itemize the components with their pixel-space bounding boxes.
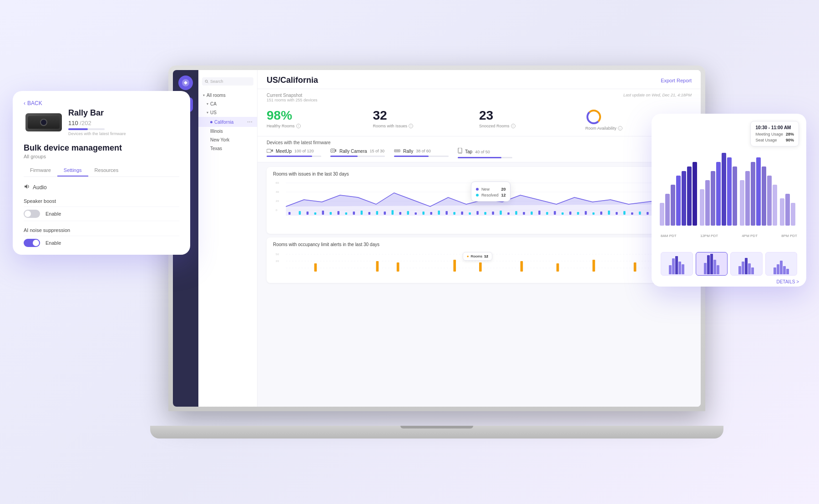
thumb-bar <box>780 261 783 274</box>
time-label-8am: 8AM PDT <box>661 234 677 238</box>
nav-item-new-york[interactable]: New York <box>198 136 257 144</box>
chart-occupancy: Rooms with occupancy limit alerts in the… <box>267 237 692 283</box>
rally-icon <box>394 148 400 154</box>
nav-item-california[interactable]: California ⋯ <box>198 117 257 127</box>
thumbnail-1[interactable] <box>661 252 693 276</box>
firmware-items: MeetUp 100 of 120 Rally Camera <box>267 148 692 158</box>
fw-count: 38 of 60 <box>416 149 431 153</box>
toggle-label-on: Enable <box>46 240 61 246</box>
svg-rect-82 <box>639 212 641 215</box>
seat-usage-label: Seat Usage <box>755 138 783 142</box>
svg-rect-119 <box>751 162 755 226</box>
svg-rect-124 <box>780 198 784 226</box>
back-link[interactable]: ‹ BACK <box>24 100 179 106</box>
svg-rect-81 <box>631 212 633 215</box>
thumb-bar <box>672 258 675 274</box>
heatmap-tooltip: 10:30 - 11:00 AM Meeting Usage 28% Seat … <box>750 121 799 146</box>
card-title: Bulk device management <box>24 143 179 153</box>
svg-rect-79 <box>616 212 618 215</box>
svg-rect-126 <box>791 203 795 226</box>
svg-point-26 <box>398 150 399 151</box>
svg-text:60: 60 <box>276 181 279 184</box>
laptop-base <box>150 426 723 438</box>
seat-usage-val: 90% <box>786 138 794 142</box>
info-icon: i <box>511 124 516 128</box>
svg-rect-111 <box>705 180 710 226</box>
info-icon: i <box>296 124 301 128</box>
chart-tooltip: New 20 Resolved 12 <box>471 181 511 202</box>
nav-item-us[interactable]: ▾ US <box>198 108 257 117</box>
device-card: Rally Bar 110 /202 Devices with the late… <box>24 108 179 136</box>
svg-rect-97 <box>479 262 482 272</box>
svg-rect-78 <box>608 211 610 215</box>
fw-device-name: Rally Camera <box>339 149 367 154</box>
fw-count: 100 of 120 <box>294 149 314 153</box>
svg-point-22 <box>332 150 334 151</box>
audio-icon <box>24 183 30 191</box>
thumbnail-2[interactable] <box>696 252 728 276</box>
details-link[interactable]: DETAILS > <box>659 279 799 284</box>
thumb-bar <box>713 260 716 274</box>
thumb-bar <box>786 269 789 274</box>
nav-item-all-rooms[interactable]: ▾ All rooms <box>198 91 257 100</box>
setting-row-speaker-boost: Speaker boost <box>24 196 179 207</box>
fw-device-name: Rally <box>403 149 413 154</box>
svg-rect-104 <box>665 194 670 226</box>
export-link[interactable]: Export Report <box>661 78 692 83</box>
search-bar: Search <box>198 76 257 87</box>
nav-item-texas[interactable]: Texas <box>198 144 257 153</box>
svg-rect-44 <box>345 212 348 215</box>
heatmap-card: 10:30 - 11:00 AM Meeting Usage 28% Seat … <box>652 114 806 287</box>
fw-item-rally: Rally 38 of 60 <box>394 148 449 158</box>
toggle-ai-noise[interactable] <box>24 239 40 247</box>
nav-item-illinois[interactable]: Illinois <box>198 127 257 136</box>
svg-rect-57 <box>445 211 448 215</box>
svg-line-16 <box>207 82 208 83</box>
stat-value: 23 <box>479 109 578 123</box>
app-logo[interactable] <box>178 76 193 90</box>
fw-device-name: MeetUp <box>276 149 292 154</box>
svg-rect-53 <box>415 212 417 215</box>
svg-rect-125 <box>785 194 790 226</box>
thumbnail-3[interactable] <box>730 252 763 276</box>
thumb-bar <box>707 255 710 274</box>
context-menu-icon[interactable]: ⋯ <box>247 119 253 125</box>
svg-point-28 <box>460 152 460 153</box>
tab-settings[interactable]: Settings <box>57 165 88 176</box>
chart-issues-title: Rooms with issues in the last 30 days <box>273 171 685 176</box>
setting-row-ai-noise: AI noise suppression <box>24 225 179 236</box>
heatmap-chart: 8AM PDT 12PM PDT 4PM PDT 8PM PDT <box>659 139 799 248</box>
device-camera-image <box>28 116 60 129</box>
svg-rect-55 <box>430 212 432 215</box>
thumbnail-row <box>659 252 799 276</box>
tooltip-resolved-label: Resolved <box>481 193 499 197</box>
info-icon: i <box>409 124 413 128</box>
nav-label: California <box>214 120 233 125</box>
svg-rect-76 <box>592 212 595 215</box>
svg-rect-56 <box>438 211 440 215</box>
svg-rect-48 <box>376 211 379 215</box>
svg-rect-115 <box>727 157 732 226</box>
tab-firmware[interactable]: Firmware <box>24 165 57 176</box>
thumbnail-4[interactable] <box>765 252 798 276</box>
svg-rect-52 <box>407 211 409 215</box>
svg-rect-46 <box>361 211 363 215</box>
svg-rect-68 <box>531 212 533 215</box>
svg-rect-58 <box>453 212 455 215</box>
svg-rect-123 <box>773 185 777 226</box>
nav-item-ca[interactable]: ▾ CA <box>198 100 257 108</box>
svg-rect-116 <box>733 166 737 226</box>
toggle-speaker-boost[interactable] <box>24 210 40 218</box>
svg-rect-67 <box>523 212 525 215</box>
svg-rect-45 <box>353 212 355 215</box>
thumb-bar <box>738 266 741 274</box>
tab-resources[interactable]: Resources <box>88 165 125 176</box>
svg-rect-59 <box>461 212 463 215</box>
svg-text:20: 20 <box>276 199 279 202</box>
thumb-bar <box>710 254 713 274</box>
tooltip-new-label: New <box>481 187 499 192</box>
charts-area: Rooms with issues in the last 30 days 60… <box>258 162 701 407</box>
search-input[interactable]: Search <box>202 77 253 86</box>
svg-rect-121 <box>762 166 766 226</box>
setting-toggle-off-row: Enable <box>24 207 179 221</box>
